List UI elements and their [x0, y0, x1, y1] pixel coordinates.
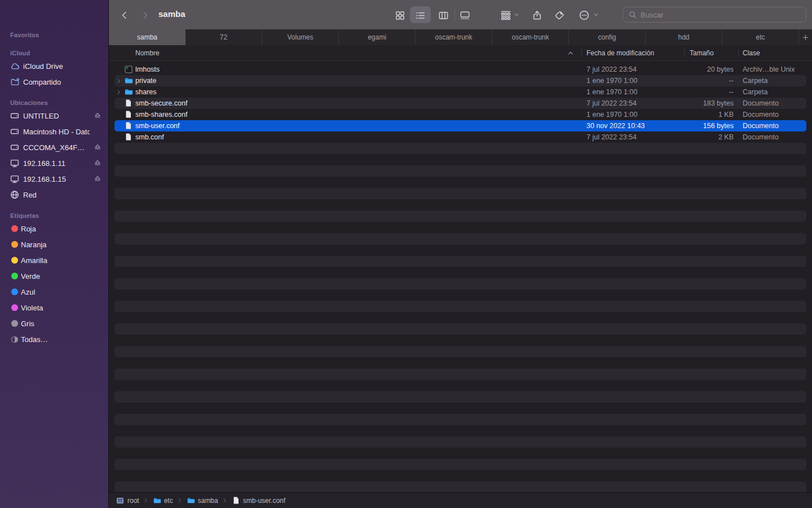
drive-icon — [9, 111, 20, 121]
file-row-smb.conf[interactable]: smb.conf7 jul 2022 23:542 KBDocumento — [114, 132, 806, 143]
search-input[interactable] — [641, 11, 793, 19]
shared-folder-icon — [9, 77, 20, 87]
tab-samba[interactable]: samba — [109, 29, 186, 45]
forward-button[interactable] — [138, 8, 152, 23]
sidebar-item-192.168.1.11[interactable]: 192.168.1.11 — [0, 155, 109, 171]
tab-volumes[interactable]: Volumes — [262, 29, 339, 45]
column-view-button[interactable] — [436, 8, 451, 23]
path-segment-label: samba — [198, 497, 218, 505]
tags-button[interactable] — [552, 8, 567, 23]
gallery-view-button[interactable] — [457, 8, 472, 23]
group-button[interactable] — [498, 8, 513, 23]
tab-egami[interactable]: egami — [339, 29, 416, 45]
drive-icon — [9, 142, 20, 152]
file-row-shares[interactable]: shares1 ene 1970 1:00--Carpeta — [114, 86, 806, 98]
disclosure-chevron-icon[interactable] — [116, 86, 122, 98]
back-button[interactable] — [117, 8, 132, 23]
file-row-private[interactable]: private1 ene 1970 1:00--Carpeta — [114, 75, 806, 86]
file-date-modified: 30 nov 2022 10:43 — [586, 120, 645, 132]
window-title: samba — [158, 9, 186, 19]
file-name: private — [135, 75, 157, 86]
search-field[interactable] — [623, 7, 806, 23]
share-button[interactable] — [529, 8, 544, 23]
sidebar-item-red[interactable]: Red — [0, 187, 109, 203]
sidebar-item-label: iCloud Drive — [23, 62, 63, 71]
content-pane: samba samba72Volumesegamioscam-trunkosca… — [109, 0, 812, 508]
sidebar-item-label: Red — [23, 191, 37, 199]
icon-view-button[interactable] — [392, 8, 407, 23]
sidebar-item-cccoma-x64f[interactable]: CCCOMA_X64F… — [0, 139, 109, 155]
file-date-modified: 7 jul 2022 23:54 — [586, 64, 637, 75]
disclosure-chevron-icon[interactable] — [116, 75, 122, 86]
file-size: 1 KB — [653, 109, 734, 120]
globe-icon — [9, 190, 20, 200]
path-segment-etc[interactable]: etc — [153, 496, 173, 505]
sidebar-item-naranja[interactable]: Naranja — [0, 237, 109, 252]
sort-ascending-icon — [567, 49, 575, 57]
tab-oscam-trunk[interactable]: oscam-trunk — [492, 29, 569, 45]
path-segment-samba[interactable]: samba — [187, 496, 218, 505]
empty-row-stripe — [114, 267, 806, 278]
empty-row-stripe — [114, 256, 806, 267]
sidebar-item-todas[interactable]: Todas… — [0, 331, 109, 347]
sidebar-item-192.168.1.15[interactable]: 192.168.1.15 — [0, 171, 109, 187]
column-header-kind[interactable]: Clase — [743, 45, 760, 61]
tab-config[interactable]: config — [569, 29, 646, 45]
eject-button[interactable] — [93, 143, 102, 152]
file-row-smb-secure.conf[interactable]: smb-secure.conf7 jul 2022 23:54183 bytes… — [114, 98, 806, 109]
sidebar-item-azul[interactable]: Azul — [0, 284, 109, 300]
sidebar-item-label: Amarilla — [21, 256, 47, 265]
sidebar-item-violeta[interactable]: Violeta — [0, 300, 109, 316]
sidebar-item-roja[interactable]: Roja — [0, 221, 109, 237]
document-icon — [124, 110, 133, 119]
list-view-icon — [415, 10, 426, 21]
search-icon — [628, 10, 637, 19]
column-header-date[interactable]: Fecha de modificación — [586, 45, 654, 61]
column-header-size[interactable]: Tamaño — [690, 45, 714, 61]
file-row-smb-user.conf[interactable]: smb-user.conf30 nov 2022 10:43156 bytesD… — [114, 120, 806, 132]
sidebar-item-verde[interactable]: Verde — [0, 268, 109, 284]
empty-row-stripe — [114, 233, 806, 244]
empty-row-stripe — [114, 222, 806, 233]
path-segment-smb-user.conf[interactable]: smb-user.conf — [232, 496, 285, 505]
path-segment-root[interactable]: root — [116, 496, 139, 505]
tab-label: config — [598, 33, 616, 41]
list-view-button[interactable] — [413, 8, 427, 23]
empty-row-stripe — [114, 143, 806, 154]
file-name: shares — [135, 86, 157, 98]
sidebar-item-macintosh-hd-datos[interactable]: Macintosh HD - Datos — [0, 124, 109, 139]
sidebar-item-untitled[interactable]: UNTITLED — [0, 108, 109, 124]
path-bar: rootetcsambasmb-user.conf — [109, 492, 812, 508]
file-list: lmhosts7 jul 2022 23:5420 bytesArchiv…bl… — [109, 64, 812, 492]
drive-icon — [9, 126, 20, 137]
header-separator — [738, 49, 739, 57]
new-tab-button[interactable] — [799, 29, 812, 45]
empty-row-stripe — [114, 425, 806, 436]
eject-button[interactable] — [93, 174, 102, 183]
path-segment-label: etc — [164, 497, 173, 505]
more-chevron-down-icon — [593, 11, 600, 19]
sidebar-item-amarilla[interactable]: Amarilla — [0, 252, 109, 268]
plus-icon — [802, 34, 809, 41]
sidebar-item-compartido[interactable]: Compartido — [0, 74, 109, 90]
eject-button[interactable] — [93, 111, 102, 120]
empty-row-stripe — [114, 335, 806, 346]
more-actions-button[interactable] — [577, 8, 592, 23]
column-header-name[interactable]: Nombre — [135, 45, 160, 61]
tab-hdd[interactable]: hdd — [646, 29, 722, 45]
document-icon — [232, 496, 240, 505]
sidebar-item-gris[interactable]: Gris — [0, 316, 109, 331]
tab-etc[interactable]: etc — [722, 29, 799, 45]
document-icon — [124, 99, 133, 108]
tab-oscam-trunk[interactable]: oscam-trunk — [416, 29, 492, 45]
eject-button[interactable] — [93, 159, 102, 168]
tab-72[interactable]: 72 — [186, 29, 262, 45]
gallery-view-icon — [460, 10, 470, 21]
file-row-smb-shares.conf[interactable]: smb-shares.conf1 ene 1970 1:001 KBDocume… — [114, 109, 806, 120]
sidebar-item-icloud-drive[interactable]: iCloud Drive — [0, 58, 109, 74]
file-row-lmhosts[interactable]: lmhosts7 jul 2022 23:5420 bytesArchiv…bl… — [114, 64, 806, 75]
chevron-left-icon — [120, 10, 130, 20]
display-icon — [9, 158, 20, 168]
sidebar-item-label: Violeta — [21, 304, 43, 312]
empty-row-stripe — [114, 244, 806, 256]
